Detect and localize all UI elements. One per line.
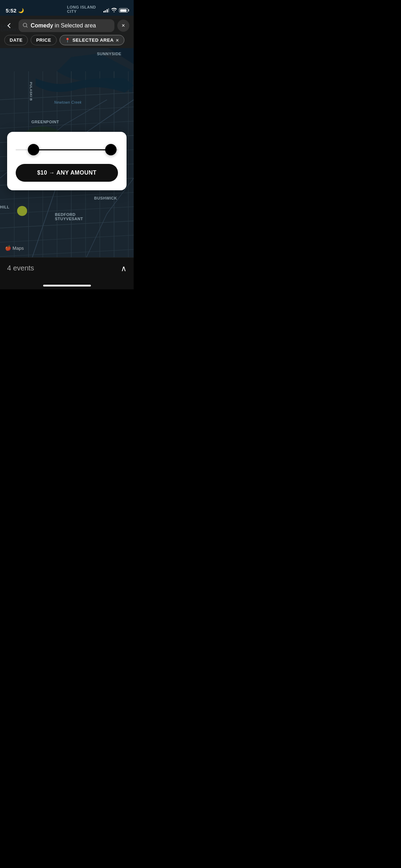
- status-icons: [103, 8, 128, 13]
- event-map-dot[interactable]: [17, 206, 27, 216]
- battery-icon: [119, 8, 128, 12]
- back-chevron-icon: [7, 23, 12, 28]
- search-query-rest: in Selected area: [53, 22, 96, 29]
- svg-point-24: [23, 23, 27, 27]
- wifi-icon: [111, 8, 117, 13]
- search-query: Comedy in Selected area: [31, 22, 110, 29]
- chevron-up-icon: ∧: [121, 264, 127, 273]
- svg-line-25: [26, 26, 27, 27]
- price-apply-button[interactable]: $10 → ANY AMOUNT: [16, 164, 118, 182]
- home-indicator: [43, 285, 91, 286]
- slider-thumb-min[interactable]: [28, 144, 39, 155]
- price-panel: $10 → ANY AMOUNT: [7, 132, 127, 190]
- area-filter-close-icon[interactable]: ×: [116, 38, 119, 43]
- search-icon: [23, 23, 28, 29]
- apple-maps-label: 🍎 Maps: [5, 245, 24, 251]
- price-filter-chip[interactable]: PRICE: [31, 35, 56, 45]
- slider-track-active: [34, 149, 111, 150]
- status-bar: 5:52 🌙: [0, 0, 134, 16]
- area-filter-chip[interactable]: 📍 SELECTED AREA ×: [60, 35, 124, 45]
- back-button[interactable]: [4, 20, 16, 31]
- slider-thumb-max[interactable]: [105, 144, 117, 155]
- signal-icon: [103, 8, 109, 12]
- date-filter-chip[interactable]: DATE: [4, 35, 28, 45]
- area-filter-label: SELECTED AREA: [72, 37, 114, 43]
- location-icon: 📍: [65, 38, 71, 43]
- price-slider-container[interactable]: [16, 143, 118, 157]
- search-header: Comedy in Selected area × DATE PRICE 📍 S…: [0, 16, 134, 48]
- clear-search-button[interactable]: ×: [117, 20, 129, 32]
- moon-icon: 🌙: [18, 8, 24, 13]
- clear-icon: ×: [122, 23, 125, 29]
- price-filter-label: PRICE: [36, 37, 51, 43]
- date-filter-label: DATE: [10, 37, 22, 43]
- search-query-bold: Comedy: [31, 22, 53, 29]
- status-time: 5:52: [6, 7, 16, 14]
- maps-text: Maps: [12, 246, 24, 251]
- filter-row: DATE PRICE 📍 SELECTED AREA ×: [4, 35, 129, 45]
- apple-logo-icon: 🍎: [5, 245, 11, 251]
- search-bar[interactable]: Comedy in Selected area: [19, 19, 114, 32]
- expand-button[interactable]: ∧: [121, 264, 127, 273]
- events-count: 4 events: [7, 264, 121, 272]
